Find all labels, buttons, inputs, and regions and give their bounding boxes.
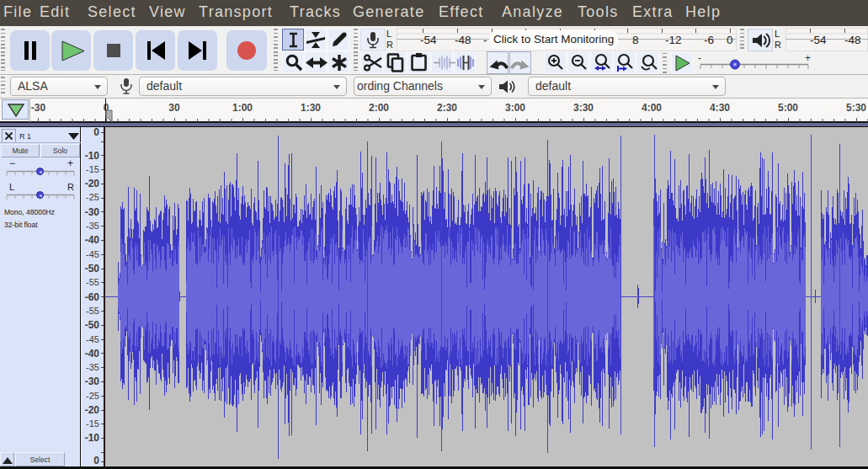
svg-text:5:30: 5:30 [846,102,866,114]
svg-text:-45: -45 [86,249,99,259]
svg-text:-40: -40 [85,234,100,246]
svg-text:-45: -45 [86,334,99,344]
svg-text:-: - [698,53,701,64]
svg-text:-20: -20 [85,178,100,189]
svg-text:-35: -35 [86,362,99,372]
svg-text:5:00: 5:00 [778,102,798,114]
svg-text:4:00: 4:00 [642,102,662,114]
svg-text:2:30: 2:30 [437,102,457,114]
svg-text:4:30: 4:30 [710,102,730,114]
svg-text:-20: -20 [85,404,100,416]
svg-text:-60: -60 [85,291,100,303]
svg-text:-30: -30 [31,102,46,114]
svg-text:1:30: 1:30 [301,102,321,114]
svg-text:-55: -55 [86,306,99,316]
svg-text:-30: -30 [85,376,100,387]
svg-text:2:00: 2:00 [369,102,389,114]
svg-text:-25: -25 [86,192,99,202]
svg-text:-40: -40 [85,348,100,360]
svg-text:0: 0 [93,455,99,466]
svg-text:-50: -50 [85,263,100,274]
svg-text:3:00: 3:00 [505,102,525,114]
svg-text:-35: -35 [86,221,99,231]
svg-text:-55: -55 [86,277,99,287]
svg-text:3:30: 3:30 [573,102,594,114]
svg-text:-50: -50 [85,319,100,331]
svg-text:-10: -10 [85,150,100,162]
svg-text:-15: -15 [86,418,99,429]
svg-text:-25: -25 [86,391,99,401]
svg-text:-15: -15 [86,164,99,174]
svg-text:+: + [805,53,811,64]
svg-text:1:00: 1:00 [232,102,253,114]
svg-text:-10: -10 [85,432,100,444]
svg-text:0: 0 [93,127,99,138]
svg-text:30: 30 [168,102,180,114]
svg-text:-30: -30 [85,206,100,218]
